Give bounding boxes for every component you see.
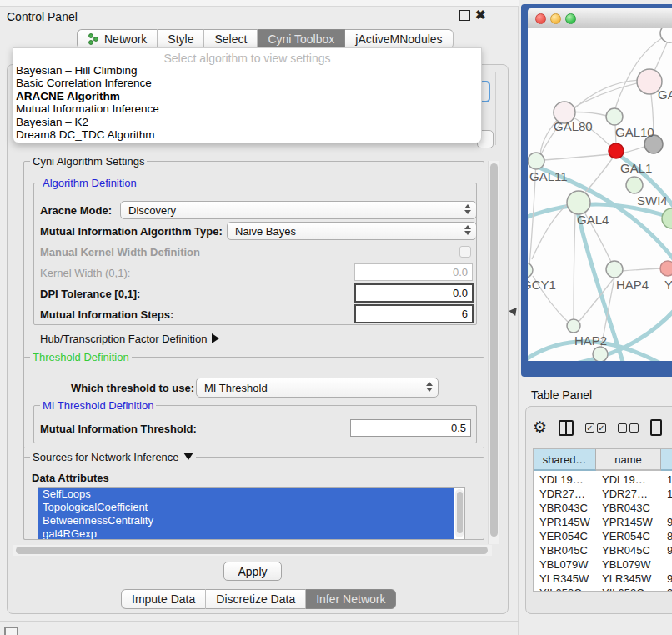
node-label: GAL80 [554,119,593,133]
control-panel-tabbar: Network Style Select Cyni Toolbox jActiv… [77,29,454,49]
table-row[interactable]: YBL079WYBL079W [534,558,672,572]
tab-impute-data[interactable]: Impute Data [121,589,206,609]
aracne-mode-combo[interactable]: Discovery [120,201,477,219]
gear-icon[interactable]: ⚙ [533,419,547,436]
node-label: SWI4 [637,193,668,208]
dropdown-item[interactable]: Dream8 DC_TDC Algorithm [13,128,481,141]
which-threshold-combo[interactable]: MI Threshold [196,378,439,398]
table-row[interactable]: YER054CYER054C8. [534,529,672,543]
document-icon[interactable] [650,419,662,436]
node-gal4[interactable] [567,191,590,214]
edge [574,213,575,319]
mi-type-label: Mutual Information Algorithm Type: [40,225,223,238]
control-panel: Control Panel ✖ Network Style Select Cyn… [0,0,519,635]
edge [622,146,646,153]
network-canvas[interactable]: GAL GAL80 GAL10 GAL1 GAL11 SWI4 GAL4 GCY… [528,28,672,361]
column-header-shared-name[interactable]: shared… [534,449,596,471]
node-label: GAL1 [620,161,652,175]
table-row[interactable]: YLR345WYLR345W9. [534,572,672,586]
table-toolbar: ⚙ ✓ ✓ [533,417,672,438]
list-scrollbar[interactable] [455,489,464,538]
node-gal1-selected[interactable] [609,143,624,158]
dropdown-item[interactable]: Mutual Information Inference [13,102,481,115]
minimize-traffic-light[interactable] [550,13,561,24]
manual-kernel-label: Manual Kernel Width Definition [40,246,200,258]
tab-infer-network[interactable]: Infer Network [306,589,396,609]
tab-style[interactable]: Style [158,29,204,49]
zoom-traffic-light[interactable] [565,13,576,24]
dropdown-prompt: Select algorithm to view settings [13,48,481,64]
column-header[interactable] [661,449,672,471]
list-item[interactable]: BetweennessCentrality [38,514,454,528]
top-strip [0,0,519,7]
mi-steps-label: Mutual Information Steps: [40,308,173,321]
sources-collapser[interactable]: Sources for Network Inference [30,451,196,463]
node-label: HAP2 [574,333,607,348]
node-swi4[interactable] [626,177,643,193]
network-icon [88,33,100,46]
node-table: shared… name YDL19…YDL19…13 YDR27…YDR27…… [533,448,672,592]
table-row[interactable]: YBR043CYBR043C [534,501,672,515]
settings-horizontal-scrollbar[interactable] [13,545,492,556]
settings-vertical-scrollbar[interactable] [488,161,499,544]
apply-button[interactable]: Apply [223,562,282,581]
network-graph: GAL GAL80 GAL10 GAL1 GAL11 SWI4 GAL4 GCY… [528,28,672,361]
table-row[interactable]: YBR045CYBR045C9. [534,543,672,558]
node[interactable] [660,28,672,42]
group-title: MI Threshold Definition [40,399,156,412]
column-header-name[interactable]: name [596,449,661,471]
node-salmon[interactable] [660,261,672,276]
node-gal10[interactable] [606,108,623,125]
dropdown-item[interactable]: Bayesian – Hill Climbing [13,64,481,77]
dropdown-item-selected[interactable]: ARACNE Algorithm [13,90,481,102]
dropdown-item[interactable]: Basic Correlation Inference [13,77,481,89]
node[interactable] [593,347,608,361]
node-gal11[interactable] [528,152,544,169]
dropdown-item[interactable]: Bayesian – K2 [13,116,481,128]
list-item[interactable]: gal4RGexp [38,528,454,540]
tab-cyni-toolbox[interactable]: Cyni Toolbox [258,29,345,49]
mi-threshold-label: Mutual Information Threshold: [40,422,197,435]
table-row[interactable]: YDL19…YDL19…13 [534,472,672,487]
node-label: GAL4 [577,212,609,227]
table-row[interactable]: YPR145WYPR145W9. [534,515,672,529]
node-label: GAL11 [529,169,568,183]
node-hap4[interactable] [606,261,623,278]
node-gcy1[interactable] [528,262,533,278]
select-all-icon[interactable]: ✓ ✓ [585,423,606,432]
deselect-all-icon[interactable] [618,423,639,432]
group-title: Threshold Definition [30,351,132,363]
mi-threshold-field[interactable]: 0.5 [350,419,471,437]
node-label: GAL [658,88,672,102]
network-window-titlebar[interactable] [528,8,672,28]
hub-definition-expander[interactable]: Hub/Transcription Factor Definition [40,332,219,345]
float-window-icon[interactable] [459,10,470,21]
table-row[interactable]: YIL052CYIL052C9 [534,586,672,592]
aracne-mode-label: Aracne Mode: [40,204,112,217]
list-item[interactable]: TopologicalCoefficient [38,501,454,514]
panel-border-fragment [495,72,496,145]
node-label: HAP4 [616,278,649,292]
mi-type-combo[interactable]: Naive Bayes [227,222,477,240]
group-title: Cyni Algorithm Settings [30,155,147,168]
node[interactable] [662,208,672,228]
tab-select[interactable]: Select [204,29,258,49]
dpi-tolerance-field[interactable]: 0.0 [354,283,474,302]
tab-network[interactable]: Network [77,29,158,49]
combo-arrows-icon [464,204,471,214]
tab-jactivemnodules[interactable]: jActiveMNodules [345,29,453,49]
manual-kernel-checkbox [459,246,471,258]
mi-steps-field[interactable]: 6 [354,304,474,323]
columns-icon[interactable] [559,420,574,436]
close-traffic-light[interactable] [535,13,546,24]
tab-network-label: Network [104,32,147,46]
close-icon[interactable]: ✖ [475,8,486,18]
collapsed-panel-icon[interactable] [4,627,18,635]
divider [0,621,519,622]
list-item[interactable]: SelfLoops [38,488,454,501]
network-view-window: GAL GAL80 GAL10 GAL1 GAL11 SWI4 GAL4 GCY… [521,4,672,377]
node-hap2[interactable] [567,319,580,332]
algorithm-dropdown-list: Select algorithm to view settings Bayesi… [13,48,482,143]
tab-discretize-data[interactable]: Discretize Data [206,589,306,609]
table-row[interactable]: YDR27…YDR27…12 [534,487,672,501]
